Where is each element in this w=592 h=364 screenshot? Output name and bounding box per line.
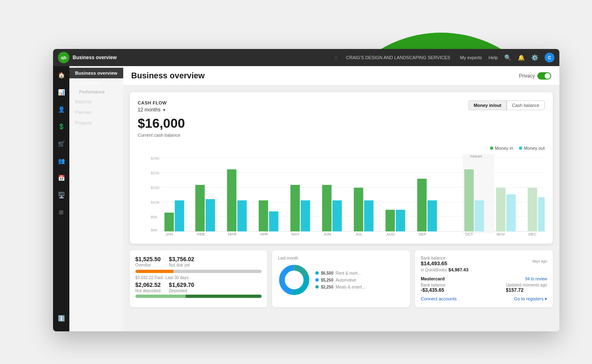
tab-money-inout[interactable]: Money in/out [468,100,507,110]
invoice-amounts: $1,525.50 Overdue $3,756.02 Not due yet [135,256,262,267]
sidebar-item-performance[interactable]: Performance [69,87,123,96]
svg-text:MAR: MAR [228,232,236,235]
svg-text:OCT: OCT [465,232,473,235]
period-label: 12 months [138,107,161,113]
bar-mar-in [227,169,236,231]
not-deposited-section: $2,062.52 Not deposited [135,282,161,293]
review-link[interactable]: 94 to review [525,277,547,281]
mastercard-name: Mastercard [421,276,445,281]
mc-updated: Updated moments ago [506,283,547,287]
bar-may-in [290,185,299,231]
expense-amount-2: $5,250 [321,278,333,282]
bar-oct-out [474,200,484,231]
bar-sep-out [427,200,437,231]
bar-oct-in [464,169,474,231]
company-name: CRAIG'S DESIGN AND LANDSCAPING SERVICES [346,55,450,60]
bar-feb-out [205,199,215,231]
svg-text:TODAY: TODAY [470,155,482,158]
expense-amount-3: $2,250 [321,285,333,289]
my-experts-btn[interactable]: My experts [460,55,482,60]
bank-balance-amount: $14,493.65 [421,260,447,266]
donut-section: $6,500 Rent & mort... $5,250 Automotive [278,264,404,296]
chart-container: $25K $20K $15K $10K $5K $0K [138,154,545,235]
expense-label-1: Rent & mort... [336,271,361,275]
bell-icon[interactable]: 🔔 [518,54,525,61]
sidebar-label-cashflow: Cash flow [79,80,99,85]
deposited-section: $1,629.70 Deposited [169,282,194,293]
mc-balance: -$3,435.65 [421,287,446,293]
bar-feb-in [195,185,204,231]
sidebar-icon-person[interactable]: 👤 [56,104,66,114]
expense-dot-1 [315,271,319,275]
top-bar-right: ☰ CRAIG'S DESIGN AND LANDSCAPING SERVICE… [334,53,554,62]
sidebar-item-projects[interactable]: Projects [69,118,123,128]
sidebar-icon-info[interactable]: ℹ️ [56,313,66,323]
sidebar-label-projects: Projects [75,120,92,125]
nav-title: Business overview [73,55,334,60]
paid-amount: $3,692.22 Paid [135,275,163,280]
help-btn[interactable]: Help [488,55,498,60]
overdue-bar-fill [135,270,173,273]
overdue-amount: $1,525.50 [135,256,161,262]
gear-icon[interactable]: ⚙️ [531,54,538,61]
legend-dot-green [490,146,493,150]
bar-jan-out [175,200,184,231]
cash-balance-label: Current cash balance [138,133,185,138]
card-header: CASH FLOW 12 months ▼ $16,000 Current ca… [138,100,545,142]
content-scroll: CASH FLOW 12 months ▼ $16,000 Current ca… [123,86,559,331]
go-to-registers-link[interactable]: Go to registers ▾ [514,296,547,302]
in-qb-label: in QuickBooks [421,268,447,272]
expense-item-3: $2,250 Meals & entert... [315,285,365,289]
chart-svg: $25K $20K $15K $10K $5K $0K [138,154,545,235]
sidebar-icons: 🏠 📊 👤 💲 🛒 👥 📅 🖥️ ⊞ ℹ️ [53,66,69,331]
sidebar-icon-monitor[interactable]: 🖥️ [56,190,66,200]
expense-item-2: $5,250 Automotive [315,278,365,282]
deposited-label: Deposited [169,289,194,293]
main-layout: 🏠 📊 👤 💲 🛒 👥 📅 🖥️ ⊞ ℹ️ Business overview … [53,66,559,331]
sidebar-item-business-overview[interactable]: Business overview [69,68,123,78]
bar-nov-out [506,194,516,231]
bar-apr-in [259,200,268,231]
not-due-bar-fill [173,270,262,273]
svg-text:NOV: NOV [497,232,505,235]
connect-accounts-link[interactable]: Connect accounts [421,296,457,302]
deposited-amount: $1,629.70 [169,282,194,288]
bar-jul-out [364,200,373,231]
bar-mar-out [237,200,246,231]
chevron-right-icon: ▾ [545,296,547,301]
svg-text:$15K: $15K [151,186,160,190]
sidebar-icon-people[interactable]: 👥 [56,156,66,166]
sidebar-icon-home[interactable]: 🏠 [56,70,66,80]
not-deposited-fill [135,295,186,298]
sidebar-icon-dollar[interactable]: 💲 [56,122,66,131]
svg-text:$5K: $5K [151,215,158,219]
sidebar-icon-chart[interactable]: 📊 [56,87,66,97]
privacy-toggle: Privacy [519,72,551,80]
overdue-label: Overdue [135,263,161,267]
privacy-switch[interactable] [537,72,551,80]
avatar[interactable]: C [545,53,554,62]
sidebar-icon-grid[interactable]: ⊞ [56,207,66,217]
not-deposited-label: Not deposited [135,289,161,293]
bar-aug-in [385,210,395,231]
overdue-section: $1,525.50 Overdue [135,256,161,267]
sidebar-label-performance: Performance [79,89,105,94]
card-bottom-row: Connect accounts Go to registers ▾ [421,296,547,302]
period-selector[interactable]: 12 months ▼ [138,107,185,113]
sidebar-icon-cart[interactable]: 🛒 [56,139,66,149]
in-qb-amount: $4,987.43 [448,267,468,272]
bar-sep-in [417,179,426,231]
sidebar-icon-calendar[interactable]: 📅 [56,173,66,183]
svg-text:AUG: AUG [386,232,395,235]
qb-logo: qb [58,52,69,63]
svg-text:FEB: FEB [197,232,204,235]
legend-label-in: Money in [495,146,513,151]
bar-nov-in [496,188,505,231]
sidebar-item-cashflow[interactable]: Cash flow [69,78,123,87]
search-icon[interactable]: 🔍 [504,54,511,61]
sidebar-item-planner[interactable]: Planner [69,107,123,118]
cashflow-title: CASH FLOW [138,100,185,105]
sidebar-item-reports[interactable]: Reports [69,96,123,107]
mc-balance-label: Bank balance [421,283,446,287]
tab-cash-balance[interactable]: Cash balance [507,100,545,110]
